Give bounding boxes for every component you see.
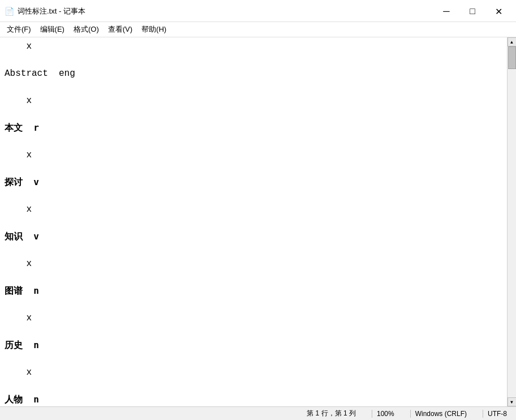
menu-view[interactable]: 查看(V) xyxy=(104,23,137,36)
scroll-up-button[interactable]: ▲ xyxy=(508,37,517,46)
scroll-down-button[interactable]: ▼ xyxy=(508,397,517,406)
minimize-button[interactable]: ─ xyxy=(433,3,459,19)
app-icon: 📄 xyxy=(5,7,14,16)
status-bar: 第 1 行，第 1 列 100% Windows (CRLF) UTF-8 xyxy=(0,406,516,420)
scrollbar[interactable]: ▲ ▼ xyxy=(507,37,516,406)
status-zoom: 100% xyxy=(372,410,399,418)
status-position: 第 1 行，第 1 列 xyxy=(302,409,360,418)
editor-content[interactable]: x Abstract eng x 本文 r x 探讨 v x 知识 v x 图谱… xyxy=(0,37,507,406)
menu-format[interactable]: 格式(O) xyxy=(69,23,104,36)
close-button[interactable]: ✕ xyxy=(485,3,511,19)
title-bar-controls: ─ □ ✕ xyxy=(433,3,511,19)
status-line-ending: Windows (CRLF) xyxy=(410,410,471,418)
menu-edit[interactable]: 编辑(E) xyxy=(36,23,69,36)
maximize-button[interactable]: □ xyxy=(459,3,485,19)
status-encoding: UTF-8 xyxy=(483,410,511,418)
menu-bar: 文件(F) 编辑(E) 格式(O) 查看(V) 帮助(H) xyxy=(0,22,516,37)
menu-help[interactable]: 帮助(H) xyxy=(137,23,171,36)
title-bar: 📄 词性标注.txt - 记事本 ─ □ ✕ xyxy=(0,0,516,22)
scroll-thumb[interactable] xyxy=(508,46,516,69)
title-bar-text: 词性标注.txt - 记事本 xyxy=(18,6,85,16)
title-bar-left: 📄 词性标注.txt - 记事本 xyxy=(5,6,85,16)
editor-container: x Abstract eng x 本文 r x 探讨 v x 知识 v x 图谱… xyxy=(0,37,516,406)
scroll-track[interactable] xyxy=(508,46,516,397)
menu-file[interactable]: 文件(F) xyxy=(2,23,36,36)
